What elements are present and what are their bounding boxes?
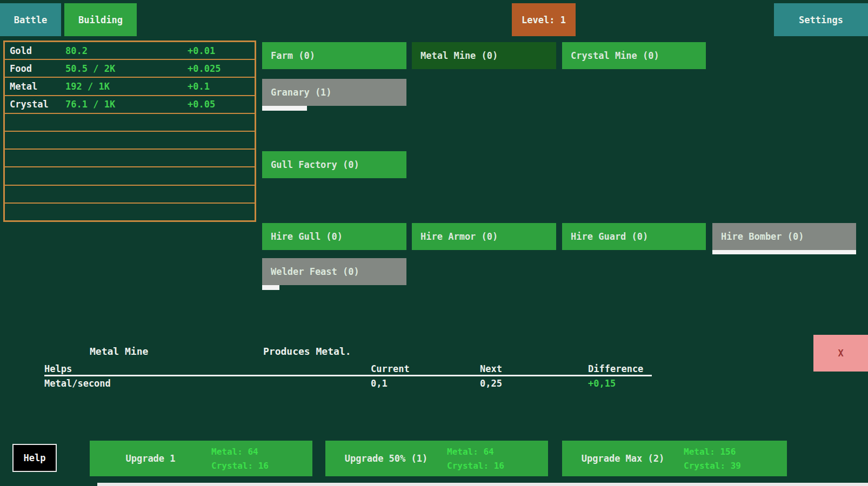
resource-row-metal: Metal 192 / 1K +0.1 [5, 78, 255, 96]
resource-name: Gold [5, 45, 65, 56]
resource-row-crystal: Crystal 76.1 / 1K +0.05 [5, 96, 255, 114]
resource-rate: +0.01 [188, 45, 255, 56]
progress-fill [262, 106, 307, 111]
upgrade-label: Upgrade Max (2) [562, 453, 684, 464]
upgrade-max-button[interactable]: Upgrade Max (2) Metal: 156 Crystal: 39 [562, 441, 787, 476]
resource-row-empty [5, 114, 255, 132]
resource-name: Food [5, 63, 65, 74]
stat-next: 0,25 [480, 378, 502, 389]
resource-name: Crystal [5, 99, 65, 110]
build-button-metal-mine[interactable]: Metal Mine (0) [412, 42, 556, 69]
resource-row-empty [5, 132, 255, 150]
detail-description: Produces Metal. [263, 346, 351, 357]
crystal-cost: Crystal: 39 [684, 461, 787, 471]
detail-title: Metal Mine [90, 346, 148, 357]
build-button-crystal-mine[interactable]: Crystal Mine (0) [562, 42, 706, 69]
detail-header-underline [44, 375, 652, 376]
tab-battle[interactable]: Battle [0, 3, 61, 36]
level-badge: Level: 1 [512, 3, 576, 36]
progress-fill [262, 285, 279, 290]
tab-settings[interactable]: Settings [774, 3, 868, 36]
metal-cost: Metal: 156 [684, 447, 787, 457]
resource-value: 192 / 1K [65, 81, 188, 92]
close-button[interactable]: X [813, 335, 868, 372]
bottom-progress-bar [97, 483, 868, 486]
upgrade-costs: Metal: 64 Crystal: 16 [211, 447, 312, 471]
upgrade-costs: Metal: 156 Crystal: 39 [684, 447, 787, 471]
upgrade-costs: Metal: 64 Crystal: 16 [447, 447, 548, 471]
build-button-granary[interactable]: Granary (1) [262, 79, 406, 106]
upgrade-1-button[interactable]: Upgrade 1 Metal: 64 Crystal: 16 [90, 441, 312, 476]
column-current: Current [371, 363, 410, 374]
column-next: Next [480, 363, 502, 374]
stat-name: Metal/second [44, 378, 111, 389]
resource-row-food: Food 50.5 / 2K +0.025 [5, 60, 255, 78]
resource-value: 76.1 / 1K [65, 99, 188, 110]
resource-name: Metal [5, 81, 65, 92]
hire-button-bomber[interactable]: Hire Bomber (0) [712, 223, 856, 250]
resource-value: 50.5 / 2K [65, 63, 188, 74]
welder-progress-bar [262, 285, 406, 290]
resource-value: 80.2 [65, 45, 188, 56]
hire-button-gull[interactable]: Hire Gull (0) [262, 223, 406, 250]
resource-row-empty [5, 204, 255, 220]
crystal-cost: Crystal: 16 [211, 461, 312, 471]
upgrade-label: Upgrade 50% (1) [325, 453, 447, 464]
upgrade-50pct-button[interactable]: Upgrade 50% (1) Metal: 64 Crystal: 16 [325, 441, 548, 476]
crystal-cost: Crystal: 16 [447, 461, 548, 471]
help-button[interactable]: Help [12, 444, 57, 472]
resource-rate: +0.05 [188, 99, 255, 110]
resource-rate: +0.1 [188, 81, 255, 92]
metal-cost: Metal: 64 [447, 447, 548, 457]
column-difference: Difference [588, 363, 643, 374]
resource-row-gold: Gold 80.2 +0.01 [5, 42, 255, 60]
stat-difference: +0,15 [588, 378, 616, 389]
metal-cost: Metal: 64 [211, 447, 312, 457]
progress-fill [712, 250, 856, 254]
resource-row-empty [5, 150, 255, 167]
granary-progress-bar [262, 106, 406, 111]
build-button-gull-factory[interactable]: Gull Factory (0) [262, 151, 406, 178]
resource-row-empty [5, 167, 255, 185]
upgrade-label: Upgrade 1 [90, 453, 211, 464]
resource-table: Gold 80.2 +0.01 Food 50.5 / 2K +0.025 Me… [3, 40, 256, 222]
stat-current: 0,1 [371, 378, 388, 389]
game-screen: Battle Building Level: 1 Settings Gold 8… [0, 0, 868, 486]
resource-row-empty [5, 186, 255, 204]
tab-building[interactable]: Building [64, 3, 137, 36]
hire-button-guard[interactable]: Hire Guard (0) [562, 223, 706, 250]
build-button-farm[interactable]: Farm (0) [262, 42, 406, 69]
button-welder-feast[interactable]: Welder Feast (0) [262, 258, 406, 285]
hire-button-armor[interactable]: Hire Armor (0) [412, 223, 556, 250]
bomber-progress-bar [712, 250, 856, 254]
column-helps: Helps [44, 363, 72, 374]
resource-rate: +0.025 [188, 63, 255, 74]
